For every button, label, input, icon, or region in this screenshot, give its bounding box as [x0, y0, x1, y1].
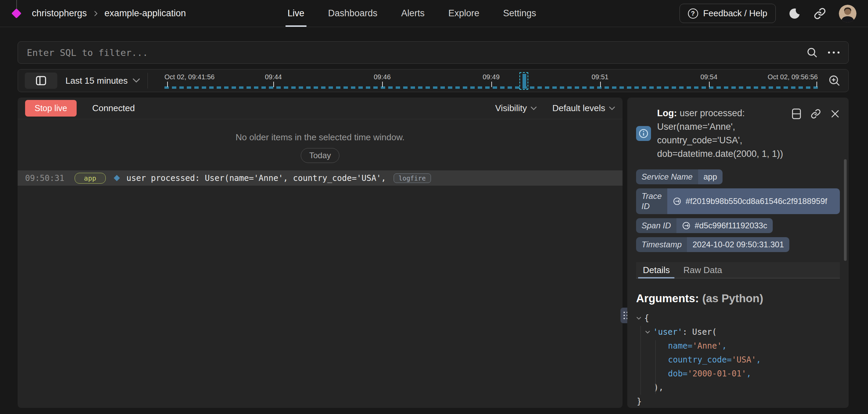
scope-badge: logfire [394, 173, 431, 183]
sidebar-toggle-button[interactable] [25, 73, 57, 89]
search-icon[interactable] [806, 47, 818, 58]
arguments-heading: Arguments:(as Python) [636, 292, 840, 305]
chevron-down-icon [133, 78, 140, 83]
chevron-down-icon [609, 106, 615, 110]
chevron-down-icon [531, 106, 537, 110]
code-line: { [636, 311, 840, 325]
chevron-right-icon [92, 10, 99, 17]
nav-tabs: Live Dashboards Alerts Explore Settings [288, 0, 536, 27]
tick-mark [816, 82, 817, 87]
trace-id-value: #f2019b98b550cd8a61546c2f9188959f [686, 196, 827, 206]
timestamp-chip: Timestamp 2024-10-02 09:50:31.301 [636, 237, 789, 252]
code-line: country_code='USA', [636, 353, 840, 367]
logfire-app: christophergs example-application Live D… [0, 0, 868, 414]
zoom-in-icon[interactable] [828, 74, 841, 87]
code-line: ), [636, 380, 840, 394]
service-badge: app [75, 173, 106, 184]
detail-title-prefix: Log: [657, 108, 677, 118]
chip-label: Trace ID [636, 188, 667, 214]
default-levels-dropdown[interactable]: Default levels [552, 103, 615, 113]
time-range-label: Last 15 minutes [65, 76, 128, 86]
copy-link-icon[interactable] [811, 108, 821, 119]
tab-alerts[interactable]: Alerts [401, 0, 425, 27]
visibility-dropdown[interactable]: Visibility [495, 103, 536, 113]
timeline-selection-marker[interactable] [519, 72, 528, 90]
tick-mark [167, 82, 168, 87]
timeline-tick: 09:46 [374, 73, 391, 81]
code-line: 'user': User( [636, 325, 840, 339]
today-button[interactable]: Today [301, 148, 339, 163]
time-range-bar: Last 15 minutes Oct 02, 09:41:56 09:44 0… [18, 69, 849, 92]
timeline-tick: 09:51 [592, 73, 609, 81]
chip-label: Timestamp [636, 237, 687, 252]
breadcrumb-org[interactable]: christophergs [32, 8, 87, 19]
stop-live-button[interactable]: Stop live [25, 100, 77, 117]
timeline-tick: 09:49 [482, 73, 499, 81]
breadcrumb-project[interactable]: example-application [104, 8, 186, 19]
detail-scrollbar-thumb[interactable] [844, 159, 847, 261]
link-icon[interactable] [814, 7, 826, 20]
timeline-histogram-spike [522, 74, 526, 88]
collapse-chevron-icon[interactable] [645, 330, 650, 334]
tab-live[interactable]: Live [288, 0, 304, 27]
sql-filter-bar [18, 41, 849, 64]
tick-mark [709, 82, 710, 87]
tick-mark [273, 82, 274, 87]
log-level-diamond-icon [114, 175, 120, 181]
attribute-chips: Service Name app Trace ID #f2019b98b550c… [636, 169, 840, 252]
time-range-selector[interactable]: Last 15 minutes [65, 76, 140, 86]
visibility-label: Visibility [495, 103, 527, 113]
question-circle-icon: ? [688, 8, 698, 19]
logfire-logo[interactable] [12, 9, 21, 18]
tick-mark [382, 82, 383, 87]
service-name-chip: Service Name app [636, 169, 723, 184]
nav-right-cluster: ? Feedback / Help [679, 0, 856, 27]
code-line: } [636, 394, 840, 408]
indent-guide [655, 340, 656, 394]
tick-mark [491, 82, 492, 87]
timeline[interactable]: Oct 02, 09:41:56 09:44 09:46 09:49 09:51… [164, 69, 818, 92]
log-row-message: user processed: User(name='Anne', countr… [126, 173, 386, 183]
tab-explore[interactable]: Explore [448, 0, 479, 27]
timestamp-value: 2024-10-02 09:50:31.301 [687, 237, 789, 252]
link-icon [682, 221, 691, 230]
tab-settings[interactable]: Settings [503, 0, 536, 27]
timeline-tick: 09:44 [265, 73, 282, 81]
code-line: name='Anne', [636, 339, 840, 353]
chip-label: Service Name [636, 169, 698, 184]
split-panel-icon[interactable] [792, 108, 801, 119]
ellipsis-menu-icon[interactable] [828, 51, 840, 54]
top-nav: christophergs example-application Live D… [0, 0, 868, 27]
link-icon [673, 197, 682, 206]
timebar-divider [147, 73, 148, 88]
timeline-tick-start: Oct 02, 09:41:56 [164, 73, 215, 81]
info-icon [636, 126, 651, 141]
arguments-code-block: { 'user': User( name='Anne', country_cod… [636, 311, 840, 408]
detail-title: Log:user processed: User(name='Anne', co… [657, 106, 804, 161]
live-view-panel: Stop live Connected Visibility Default l… [18, 98, 623, 408]
timeline-tick-end: Oct 02, 09:56:56 [768, 73, 818, 81]
breadcrumb: christophergs example-application [32, 8, 186, 19]
tab-raw-data[interactable]: Raw Data [676, 262, 729, 278]
feedback-help-label: Feedback / Help [703, 8, 767, 19]
moon-icon[interactable] [789, 7, 801, 20]
tab-dashboards[interactable]: Dashboards [328, 0, 378, 27]
log-row[interactable]: 09:50:31 app user processed: User(name='… [18, 170, 623, 186]
collapse-chevron-icon[interactable] [636, 316, 642, 320]
live-view-header: Stop live Connected Visibility Default l… [18, 98, 623, 119]
trace-id-chip[interactable]: Trace ID #f2019b98b550cd8a61546c2f918895… [636, 188, 840, 214]
avatar[interactable] [839, 5, 856, 22]
timeline-tick: 09:54 [701, 73, 717, 81]
span-id-chip[interactable]: Span ID #d5c996f11192033c [636, 218, 773, 233]
feedback-help-button[interactable]: ? Feedback / Help [679, 4, 776, 23]
indent-guide [640, 326, 641, 395]
close-icon[interactable] [830, 108, 840, 119]
detail-tabs: Details Raw Data [636, 262, 840, 278]
chip-value: app [698, 169, 723, 184]
detail-header: Log:user processed: User(name='Anne', co… [636, 106, 840, 161]
logo-stem [16, 0, 17, 9]
tab-details[interactable]: Details [636, 262, 676, 278]
code-line: dob='2000-01-01', [636, 367, 840, 380]
sql-filter-input[interactable] [27, 47, 806, 58]
arguments-title: Arguments: [636, 292, 699, 305]
